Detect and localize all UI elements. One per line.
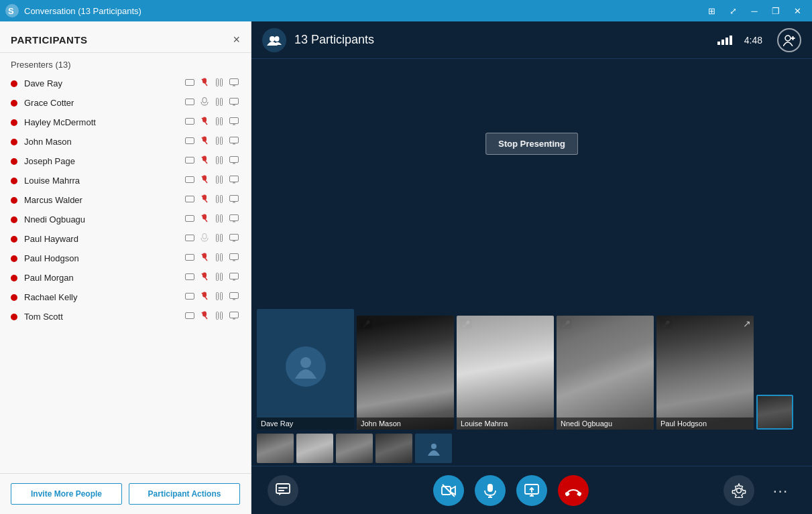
chat-participant-icon[interactable] (184, 137, 196, 147)
screen-participant-icon[interactable] (228, 234, 240, 244)
screen-share-button[interactable] (516, 475, 547, 506)
pause-participant-icon[interactable] (213, 78, 225, 88)
participant-item[interactable]: Grace Cotter (0, 93, 251, 113)
mic-participant-icon[interactable] (198, 136, 211, 147)
mic-participant-icon[interactable] (198, 214, 211, 225)
video-toggle-button[interactable] (433, 475, 464, 506)
pause-participant-icon[interactable] (213, 253, 225, 263)
participants-icon-button[interactable] (262, 28, 286, 52)
video-tile-louise-mahrra[interactable]: 🎤 Louise Mahrra (457, 316, 554, 430)
screen-participant-icon[interactable] (228, 292, 240, 302)
participants-sidebar: PARTICIPANTS × Presenters (13) Dave RayG… (0, 21, 251, 514)
pause-participant-icon[interactable] (213, 195, 225, 205)
pause-participant-icon[interactable] (213, 273, 225, 283)
screen-participant-icon[interactable] (228, 176, 240, 186)
pause-participant-icon[interactable] (213, 312, 225, 322)
chat-participant-icon[interactable] (184, 79, 196, 88)
pause-participant-icon[interactable] (213, 98, 225, 108)
pause-participant-icon[interactable] (213, 214, 225, 224)
chat-button[interactable] (268, 475, 298, 506)
mic-participant-icon[interactable] (198, 292, 211, 303)
close-button[interactable]: ✕ (788, 4, 807, 17)
screen-participant-icon[interactable] (228, 117, 240, 127)
mic-participant-icon[interactable] (198, 155, 211, 167)
fullscreen-button[interactable]: ⤢ (723, 4, 742, 17)
chat-participant-icon[interactable] (184, 273, 196, 283)
participant-item[interactable]: Dave Ray (0, 74, 251, 93)
chat-participant-icon[interactable] (184, 176, 196, 186)
participant-item[interactable]: Marcus Walder (0, 190, 251, 210)
pause-participant-icon[interactable] (213, 156, 225, 166)
participant-item[interactable]: Joseph Page (0, 151, 251, 171)
participant-item[interactable]: Paul Hayward (0, 229, 251, 249)
pause-participant-icon[interactable] (213, 117, 225, 127)
participant-item[interactable]: Louise Mahrra (0, 171, 251, 190)
pause-participant-icon[interactable] (213, 137, 225, 147)
mic-participant-icon[interactable] (198, 97, 211, 109)
screen-participant-icon[interactable] (228, 214, 240, 224)
chat-participant-icon[interactable] (184, 196, 196, 205)
participant-actions-button[interactable]: Participant Actions (129, 483, 240, 505)
mic-participant-icon[interactable] (198, 272, 211, 283)
mic-participant-icon[interactable] (198, 117, 211, 128)
self-video-tile[interactable] (756, 395, 793, 430)
chat-participant-icon[interactable] (184, 99, 196, 108)
svg-point-109 (300, 357, 311, 368)
screen-participant-icon[interactable] (228, 195, 240, 205)
close-sidebar-button[interactable]: × (233, 34, 240, 46)
pause-participant-icon[interactable] (213, 234, 225, 244)
screen-participant-icon[interactable] (228, 156, 240, 166)
participant-item[interactable]: Rachael Kelly (0, 287, 251, 307)
thumb-5[interactable] (415, 434, 452, 463)
participant-item[interactable]: Paul Hodgson (0, 249, 251, 268)
screen-participant-icon[interactable] (228, 78, 240, 88)
stop-presenting-button[interactable]: Stop Presenting (485, 133, 578, 155)
end-call-button[interactable] (558, 475, 589, 506)
screen-participant-icon[interactable] (228, 312, 240, 322)
chat-participant-icon[interactable] (184, 235, 196, 244)
participant-item[interactable]: John Mason (0, 132, 251, 151)
video-tile-dave-ray[interactable]: Dave Ray (257, 309, 354, 430)
screen-participant-icon[interactable] (228, 273, 240, 283)
chat-participant-icon[interactable] (184, 293, 196, 302)
chat-participant-icon[interactable] (184, 215, 196, 224)
microphone-button[interactable] (475, 475, 506, 506)
restore-button[interactable]: ❐ (766, 4, 785, 17)
participant-item[interactable]: Nnedi Ogbuagu (0, 210, 251, 229)
tile-windows-button[interactable]: ⊞ (702, 4, 721, 17)
screen-participant-icon[interactable] (228, 98, 240, 108)
settings-button[interactable] (723, 475, 754, 506)
invite-more-button[interactable]: Invite More People (11, 483, 122, 505)
mic-participant-icon[interactable] (198, 78, 211, 89)
more-options-button[interactable]: ··· (765, 475, 796, 506)
video-tile-john-mason[interactable]: 🎤 John Mason (357, 316, 454, 430)
screen-participant-icon[interactable] (228, 253, 240, 263)
chat-participant-icon[interactable] (184, 312, 196, 322)
participant-item[interactable]: Hayley McDermott (0, 113, 251, 132)
mic-participant-icon[interactable] (198, 233, 211, 245)
minimize-button[interactable]: ─ (745, 4, 764, 17)
mic-participant-icon[interactable] (198, 253, 211, 264)
thumb-1[interactable] (257, 434, 294, 463)
participant-item[interactable]: Paul Morgan (0, 268, 251, 287)
chat-participant-icon[interactable] (184, 157, 196, 166)
mic-participant-icon[interactable] (198, 175, 211, 186)
svg-rect-57 (186, 215, 194, 221)
participant-item[interactable]: Tom Scott (0, 307, 251, 326)
video-tile-nnedi-ogbuagu[interactable]: 🎤 Nnedi Ogbuagu (557, 316, 654, 430)
pause-participant-icon[interactable] (213, 292, 225, 302)
chat-participant-icon[interactable] (184, 118, 196, 127)
pause-participant-icon[interactable] (213, 176, 225, 186)
participant-name: Hayley McDermott (24, 117, 181, 127)
screen-participant-icon[interactable] (228, 137, 240, 147)
add-participant-button[interactable] (777, 28, 801, 52)
thumb-3[interactable] (336, 434, 373, 463)
svg-text:S: S (8, 6, 14, 16)
video-tile-paul-hodgson[interactable]: 🎤 Paul Hodgson ↗ (656, 316, 754, 430)
mic-participant-icon[interactable] (198, 311, 211, 322)
thumb-2[interactable] (296, 434, 333, 463)
expand-icon[interactable]: ↗ (743, 318, 751, 329)
mic-participant-icon[interactable] (198, 194, 211, 206)
chat-participant-icon[interactable] (184, 254, 196, 263)
thumb-4[interactable] (375, 434, 412, 463)
